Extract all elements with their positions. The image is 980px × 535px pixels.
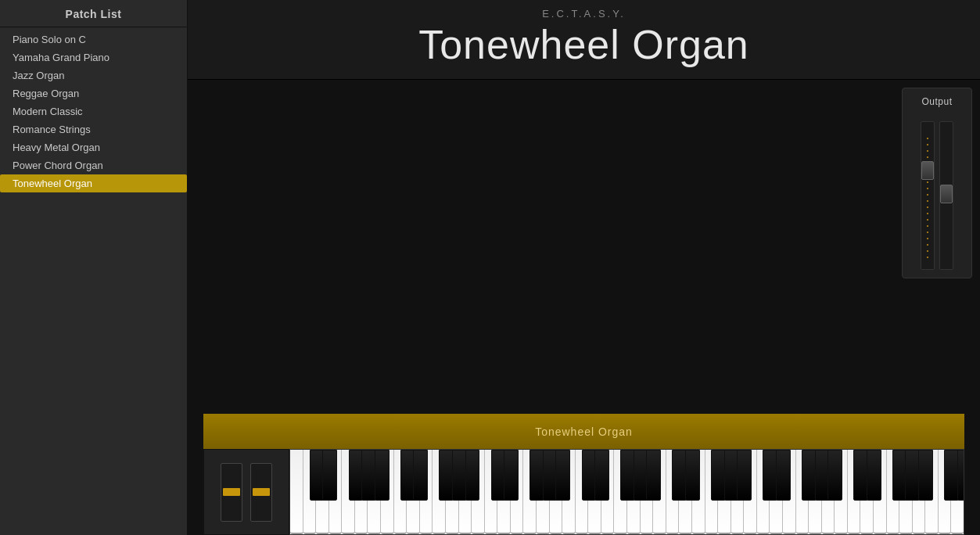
white-key-34[interactable] [731,450,745,534]
white-key-9[interactable] [407,450,420,534]
keyboard-bottom [203,449,964,535]
white-key-17[interactable] [511,450,524,534]
white-key-24[interactable] [601,450,615,534]
white-key-27[interactable] [641,450,654,534]
white-key-48[interactable] [913,450,926,534]
white-key-14[interactable] [472,450,485,534]
patch-list-item-tonewheel-organ[interactable]: Tonewheel Organ [0,174,187,192]
keyboard[interactable] [289,449,964,535]
keyboard-label-bar: Tonewheel Organ [203,414,964,449]
white-key-16[interactable] [497,450,511,534]
white-key-29[interactable] [666,450,680,534]
white-key-15[interactable] [485,450,498,534]
white-key-3[interactable] [329,450,343,534]
white-key-35[interactable] [744,450,757,534]
white-key-22[interactable] [576,450,589,534]
slider-handle-right[interactable] [940,185,953,203]
white-key-8[interactable] [394,450,407,534]
patch-list: Piano Solo on CYamaha Grand PianoJazz Or… [0,27,187,196]
white-key-40[interactable] [809,450,822,534]
white-key-31[interactable] [692,450,705,534]
white-key-0[interactable] [290,450,303,534]
white-key-7[interactable] [381,450,394,534]
white-key-47[interactable] [899,450,913,534]
patch-list-item-modern-classic[interactable]: Modern Classic [0,102,187,120]
white-key-51[interactable] [951,450,964,534]
pitch-bend-indicator-right [253,488,270,496]
output-label: Output [921,96,952,107]
white-key-28[interactable] [653,450,666,534]
content-area: Output [188,80,980,535]
white-key-19[interactable] [537,450,550,534]
white-key-5[interactable] [355,450,368,534]
slider-handle-left[interactable] [921,161,934,180]
sidebar: Patch List Piano Solo on CYamaha Grand P… [0,0,188,535]
current-patch-name: Tonewheel Organ [418,21,749,68]
white-key-49[interactable] [925,450,939,534]
output-slider-left[interactable] [921,121,935,270]
white-key-38[interactable] [783,450,796,534]
white-key-30[interactable] [679,450,692,534]
patch-list-item-yamaha-grand[interactable]: Yamaha Grand Piano [0,48,187,66]
keyboard-section: Tonewheel Organ [188,414,980,535]
white-keys [290,450,964,534]
app-title: E.C.T.A.S.Y. [542,8,626,20]
white-key-11[interactable] [433,450,446,534]
keyboard-label: Tonewheel Organ [535,425,633,438]
white-key-41[interactable] [822,450,835,534]
main-area: E.C.T.A.S.Y. Tonewheel Organ Output [188,0,980,535]
header: E.C.T.A.S.Y. Tonewheel Organ [188,0,980,80]
patch-list-item-power-chord-organ[interactable]: Power Chord Organ [0,156,187,174]
white-key-44[interactable] [860,450,874,534]
white-key-25[interactable] [614,450,627,534]
pitch-bend-right[interactable] [250,463,272,522]
white-key-50[interactable] [939,450,952,534]
patch-list-title: Patch List [0,0,187,27]
slider-dots-left [927,138,928,258]
white-key-13[interactable] [459,450,472,534]
output-panel: Output [902,88,972,278]
white-key-45[interactable] [874,450,887,534]
white-key-46[interactable] [887,450,900,534]
white-key-12[interactable] [446,450,459,534]
patch-list-item-reggae-organ[interactable]: Reggae Organ [0,84,187,102]
white-key-32[interactable] [705,450,719,534]
pitch-bend-left[interactable] [221,463,242,522]
white-key-21[interactable] [562,450,576,534]
pitch-bend-indicator-left [223,488,240,496]
sliders-container [921,113,953,270]
white-key-42[interactable] [835,450,848,534]
white-key-43[interactable] [848,450,861,534]
patch-list-item-piano-solo[interactable]: Piano Solo on C [0,31,187,48]
patch-list-item-romance-strings[interactable]: Romance Strings [0,120,187,138]
white-key-1[interactable] [303,450,317,534]
white-key-33[interactable] [718,450,731,534]
white-key-2[interactable] [316,450,329,534]
white-key-10[interactable] [420,450,433,534]
output-slider-right[interactable] [939,121,953,270]
white-key-39[interactable] [796,450,809,534]
white-key-36[interactable] [757,450,770,534]
white-key-20[interactable] [550,450,563,534]
white-key-4[interactable] [342,450,355,534]
patch-list-item-heavy-metal-organ[interactable]: Heavy Metal Organ [0,138,187,156]
patch-list-item-jazz-organ[interactable]: Jazz Organ [0,66,187,84]
white-key-23[interactable] [588,450,601,534]
white-key-6[interactable] [368,450,381,534]
white-key-26[interactable] [627,450,641,534]
white-key-37[interactable] [770,450,783,534]
keyboard-controls [203,449,289,535]
white-key-18[interactable] [523,450,537,534]
